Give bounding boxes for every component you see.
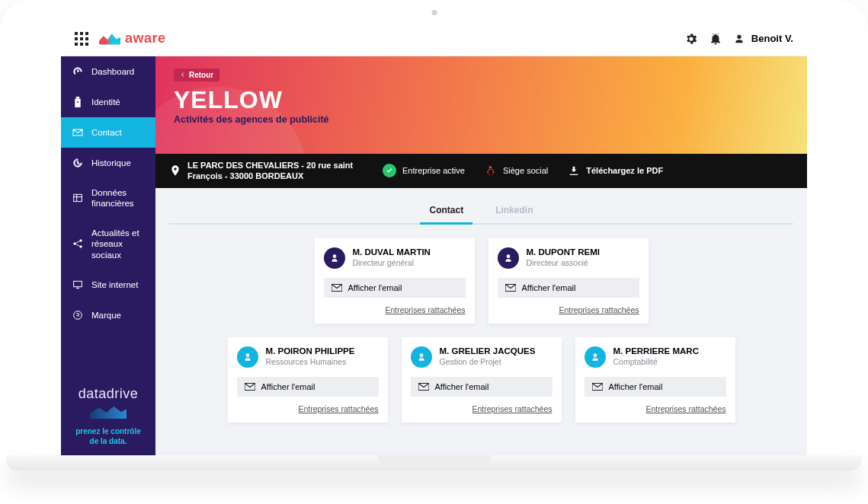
show-email-button[interactable]: Afficher l'email bbox=[324, 278, 466, 298]
sidebar-item-contact[interactable]: Contact bbox=[61, 117, 155, 148]
user-name: Benoit V. bbox=[751, 33, 793, 44]
contact-role: Gestion de Projet bbox=[440, 357, 536, 366]
svg-rect-4 bbox=[74, 281, 82, 286]
contact-role: Directeur général bbox=[353, 258, 431, 267]
mail-icon bbox=[418, 383, 429, 391]
sidebar-item-site-internet[interactable]: Site internet bbox=[61, 270, 155, 300]
brand-logo[interactable]: aware bbox=[99, 30, 166, 46]
monitor-icon bbox=[72, 279, 84, 291]
show-email-button[interactable]: Afficher l'email bbox=[237, 377, 379, 397]
back-button[interactable]: Retour bbox=[174, 69, 219, 81]
page-subtitle: Activités des agences de publicité bbox=[174, 114, 789, 125]
headquarters-icon bbox=[485, 164, 497, 177]
topbar: aware Benoit V. bbox=[61, 21, 807, 56]
avatar-icon bbox=[324, 247, 345, 269]
mail-icon bbox=[505, 284, 516, 292]
sidebar-item-dashboard[interactable]: Dashboard bbox=[61, 56, 155, 87]
user-menu[interactable]: Benoit V. bbox=[733, 33, 793, 45]
sidebar-item-label: Données financières bbox=[91, 187, 145, 209]
avatar-icon bbox=[237, 346, 258, 368]
sidebar: Dashboard Identité Contact Historique Do… bbox=[61, 56, 155, 455]
sidebar-item-label: Identité bbox=[91, 97, 120, 107]
info-status: Entreprise active bbox=[383, 164, 465, 177]
contact-name: M. DUVAL MARTIN bbox=[353, 247, 431, 257]
contact-role: Directeur associé bbox=[527, 258, 600, 267]
linked-companies-link[interactable]: Entreprises rattachées bbox=[237, 404, 379, 413]
contact-card: M. PERRIERE MARC Comptabilité Afficher l… bbox=[575, 337, 735, 423]
user-icon bbox=[733, 33, 745, 45]
show-email-button[interactable]: Afficher l'email bbox=[498, 278, 639, 298]
linked-companies-link[interactable]: Entreprises rattachées bbox=[411, 404, 553, 413]
contacts-area: M. DUVAL MARTIN Directeur général Affich… bbox=[155, 225, 807, 444]
sidebar-item-donnees-financieres[interactable]: Données financières bbox=[61, 178, 155, 219]
download-pdf-button[interactable]: Téléchargez le PDF bbox=[568, 164, 663, 177]
contact-card: M. DUPONT REMI Directeur associé Affiche… bbox=[488, 238, 649, 324]
show-email-button[interactable]: Afficher l'email bbox=[585, 377, 726, 397]
mail-icon bbox=[332, 284, 342, 292]
contact-card: M. GRELIER JACQUES Gestion de Projet Aff… bbox=[402, 337, 562, 423]
info-hq: Siège social bbox=[485, 164, 548, 177]
sidebar-item-label: Historique bbox=[91, 158, 131, 168]
sidebar-item-label: Marque bbox=[91, 310, 121, 321]
mail-icon bbox=[72, 126, 84, 139]
info-address: LE PARC DES CHEVALIERS - 20 rue saint Fr… bbox=[169, 160, 363, 182]
brand-text: aware bbox=[125, 30, 166, 46]
info-bar: LE PARC DES CHEVALIERS - 20 rue saint Fr… bbox=[155, 154, 807, 188]
avatar-icon bbox=[585, 346, 606, 368]
svg-point-3 bbox=[80, 246, 82, 248]
hero-banner: Retour YELLOW Activités des agences de p… bbox=[155, 56, 807, 154]
gauge-icon bbox=[72, 65, 84, 78]
brand-wave-icon bbox=[99, 33, 120, 45]
tab-linkedin[interactable]: Linkedin bbox=[491, 199, 537, 223]
sidebar-item-marque[interactable]: Marque bbox=[61, 300, 155, 330]
sidebar-item-actualites[interactable]: Actualités et réseaux sociaux bbox=[61, 219, 155, 270]
bell-icon[interactable] bbox=[709, 32, 722, 46]
sidebar-item-label: Actualités et réseaux sociaux bbox=[91, 228, 145, 260]
history-icon bbox=[72, 157, 84, 169]
tab-contact[interactable]: Contact bbox=[424, 199, 468, 223]
linked-companies-link[interactable]: Entreprises rattachées bbox=[498, 305, 639, 314]
sidebar-item-identite[interactable]: Identité bbox=[61, 87, 155, 117]
sidebar-item-label: Contact bbox=[91, 127, 122, 138]
check-circle-icon bbox=[383, 164, 396, 177]
app-screen: aware Benoit V. Dashboard Identité bbox=[61, 21, 807, 455]
contact-name: M. DUPONT REMI bbox=[527, 247, 600, 257]
pin-icon bbox=[169, 164, 181, 177]
mail-icon bbox=[592, 383, 603, 391]
badge-icon bbox=[72, 96, 84, 108]
contact-role: Comptabilité bbox=[613, 357, 699, 366]
laptop-notch bbox=[377, 455, 492, 464]
linked-companies-link[interactable]: Entreprises rattachées bbox=[585, 404, 726, 413]
sidebar-item-label: Dashboard bbox=[91, 66, 134, 77]
promo-brand: datadrive bbox=[67, 386, 149, 402]
apps-grid-icon[interactable] bbox=[75, 32, 88, 46]
promo-tagline: prenez le contrôle de la data. bbox=[67, 426, 149, 446]
contact-card: M. DUVAL MARTIN Directeur général Affich… bbox=[315, 238, 475, 324]
status-text: Entreprise active bbox=[402, 166, 465, 175]
hq-text: Siège social bbox=[503, 166, 548, 175]
svg-rect-0 bbox=[74, 195, 82, 202]
contact-name: M. POIRON PHILIPPE bbox=[266, 346, 355, 356]
avatar-icon bbox=[498, 247, 519, 269]
table-icon bbox=[72, 192, 84, 204]
gear-icon[interactable] bbox=[684, 32, 698, 46]
contacts-row-secondary: M. POIRON PHILIPPE Ressources Humaines A… bbox=[163, 337, 799, 423]
sidebar-item-historique[interactable]: Historique bbox=[61, 148, 155, 178]
sidebar-promo[interactable]: datadrive prenez le contrôle de la data. bbox=[61, 374, 155, 455]
chevron-left-icon bbox=[180, 72, 186, 78]
show-email-button[interactable]: Afficher l'email bbox=[411, 377, 553, 397]
svg-point-1 bbox=[74, 243, 76, 245]
linked-companies-link[interactable]: Entreprises rattachées bbox=[324, 305, 466, 314]
contacts-row-primary: M. DUVAL MARTIN Directeur général Affich… bbox=[163, 238, 799, 324]
svg-point-2 bbox=[80, 240, 82, 242]
svg-point-6 bbox=[490, 167, 492, 169]
page-title: YELLOW bbox=[174, 86, 789, 114]
share-nodes-icon bbox=[72, 238, 84, 250]
mail-icon bbox=[245, 383, 255, 391]
pdf-icon bbox=[568, 164, 580, 177]
contact-name: M. GRELIER JACQUES bbox=[440, 346, 536, 356]
contact-name: M. PERRIERE MARC bbox=[613, 346, 699, 356]
pdf-text: Téléchargez le PDF bbox=[586, 166, 663, 175]
contact-role: Ressources Humaines bbox=[266, 357, 355, 366]
avatar-icon bbox=[411, 346, 432, 368]
